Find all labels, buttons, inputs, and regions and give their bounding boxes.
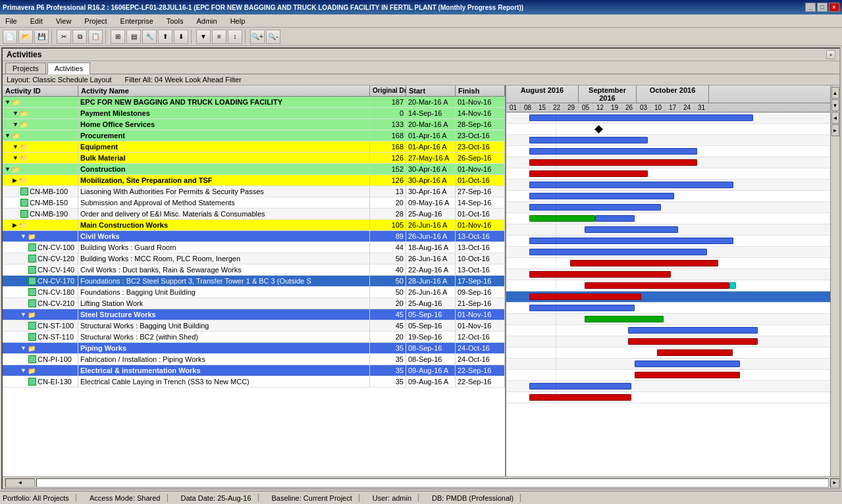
tab-activities[interactable]: Activities bbox=[47, 63, 90, 74]
cell-activity-name: Bulk Material bbox=[78, 153, 370, 163]
scroll-left-btn[interactable]: ◄ bbox=[831, 112, 839, 124]
menu-tools[interactable]: Tools bbox=[164, 16, 186, 26]
expand-icon[interactable]: ▶ bbox=[13, 177, 17, 184]
expand-icon[interactable]: ▼ bbox=[5, 99, 11, 105]
table-row[interactable]: ▼📁Home Office Services13320-Mar-16 A28-S… bbox=[3, 119, 505, 130]
cell-duration: 126 bbox=[370, 153, 406, 163]
table-row[interactable]: ▼📁Procurement16801-Apr-16 A23-Oct-16 bbox=[3, 130, 505, 141]
panel-close[interactable]: × bbox=[826, 50, 835, 59]
expand-icon[interactable]: ▼ bbox=[13, 121, 18, 128]
expand-icon[interactable]: ▼ bbox=[20, 345, 26, 351]
tb-save[interactable]: 💾 bbox=[34, 30, 49, 44]
tb-btn5[interactable]: 🔧 bbox=[142, 30, 157, 44]
tb-paste[interactable]: 📋 bbox=[88, 30, 103, 44]
cell-activity-name: Liasoning With Authorities For Permits &… bbox=[78, 186, 370, 197]
table-row[interactable]: CN-CV-140Civil Works : Duct banks, Rain … bbox=[3, 265, 505, 276]
scroll-right-btn[interactable]: ► bbox=[831, 124, 839, 136]
expand-icon[interactable]: ▼ bbox=[13, 110, 18, 116]
expand-icon[interactable]: ▼ bbox=[5, 132, 11, 139]
tb-sort[interactable]: ↕ bbox=[228, 30, 242, 44]
tb-btn7[interactable]: ⬇ bbox=[174, 30, 188, 44]
table-row[interactable]: ▼📁Piping Works3508-Sep-1624-Oct-16 bbox=[3, 343, 505, 354]
gantt-row bbox=[506, 113, 830, 124]
h-scroll-left[interactable]: ◄ bbox=[5, 478, 35, 488]
expand-icon[interactable]: ▼ bbox=[5, 166, 11, 172]
expand-icon[interactable]: ▼ bbox=[13, 143, 18, 150]
th-start: Start bbox=[406, 86, 456, 96]
minimize-button[interactable]: _ bbox=[805, 3, 816, 12]
table-row[interactable]: ▼📁Construction15230-Apr-16 A01-Nov-16 bbox=[3, 164, 505, 175]
cell-start: 26-Jun-16 A bbox=[406, 253, 456, 264]
tb-btn4[interactable]: ▤ bbox=[126, 30, 141, 44]
cell-start: 05-Sep-16 bbox=[406, 309, 456, 320]
gantt-bar bbox=[529, 114, 753, 121]
table-row[interactable]: ▼📁Civil Works8926-Jun-16 A13-Oct-16 bbox=[3, 231, 505, 242]
table-row[interactable]: ▶📁Mobilization, Site Preparation and TSF… bbox=[3, 175, 505, 186]
table-row[interactable]: CN-CV-100Building Works : Guard Room4418… bbox=[3, 242, 505, 253]
cell-activity-id: CN-CV-120 bbox=[3, 253, 78, 264]
cell-activity-name: Building Works : Guard Room bbox=[78, 242, 370, 253]
table-row[interactable]: ▶📁Main Construction Works10526-Jun-16 A0… bbox=[3, 220, 505, 231]
tb-filter[interactable]: ▼ bbox=[196, 30, 211, 44]
gantt-bar bbox=[585, 226, 678, 233]
menu-project[interactable]: Project bbox=[82, 16, 109, 26]
table-row[interactable]: ▼📁Steel Structure Works4505-Sep-1601-Nov… bbox=[3, 309, 505, 320]
tb-zoom-in[interactable]: 🔍+ bbox=[250, 30, 265, 44]
table-row[interactable]: ▼📁Equipment16801-Apr-16 A23-Oct-16 bbox=[3, 141, 505, 153]
h-scroll-track[interactable] bbox=[36, 478, 829, 488]
window-controls[interactable]: _ □ × bbox=[805, 3, 839, 12]
expand-icon[interactable]: ▼ bbox=[13, 155, 18, 161]
expand-icon[interactable]: ▼ bbox=[20, 233, 26, 239]
menu-file[interactable]: File bbox=[3, 16, 20, 26]
table-row[interactable]: ▼📁EPC FOR NEW BAGGING AND TRUCK LOADING … bbox=[3, 97, 505, 108]
tb-zoom-out[interactable]: 🔍- bbox=[266, 30, 280, 44]
tab-projects[interactable]: Projects bbox=[5, 63, 46, 74]
close-button[interactable]: × bbox=[829, 3, 839, 12]
table-row[interactable]: CN-MB-100Liasoning With Authorities For … bbox=[3, 186, 505, 197]
table-row[interactable]: CN-MB-150Submission and Approval of Meth… bbox=[3, 197, 505, 209]
table-row[interactable]: ▼📁Electrical & instrumentation Works3509… bbox=[3, 365, 505, 376]
gantt-bar bbox=[529, 159, 697, 166]
h-scroll-right[interactable]: ► bbox=[830, 478, 839, 488]
right-scroll-panel: ▲ ▼ ◄ ► bbox=[830, 86, 839, 476]
task-icon bbox=[20, 199, 28, 207]
cell-duration: 20 bbox=[370, 197, 406, 208]
status-user: User: admin bbox=[373, 494, 419, 502]
table-row[interactable]: CN-CV-120Building Works : MCC Room, PLC … bbox=[3, 253, 505, 265]
menu-view[interactable]: View bbox=[53, 16, 74, 26]
tb-open[interactable]: 📂 bbox=[18, 30, 33, 44]
h-scroll-bar[interactable]: ◄ ► bbox=[3, 476, 839, 488]
table-row[interactable]: CN-MB-190Order and delivery of E&I Misc.… bbox=[3, 209, 505, 220]
table-row[interactable]: CN-CV-210Lifting Station Work2025-Aug-16… bbox=[3, 298, 505, 309]
expand-icon[interactable]: ▼ bbox=[20, 367, 26, 374]
tb-btn6[interactable]: ⬆ bbox=[158, 30, 172, 44]
menu-enterprise[interactable]: Enterprise bbox=[118, 16, 156, 26]
maximize-button[interactable]: □ bbox=[817, 3, 828, 12]
scroll-up-btn[interactable]: ▲ bbox=[831, 87, 839, 99]
table-row[interactable]: CN-PI-100Fabrication / Installation : Pi… bbox=[3, 354, 505, 365]
table-row[interactable]: ▼📁Payment Milestones014-Sep-1614-Nov-16 bbox=[3, 108, 505, 119]
cell-duration: 35 bbox=[370, 376, 406, 387]
scroll-down-btn[interactable]: ▼ bbox=[831, 99, 839, 111]
table-row[interactable]: ▼📁Bulk Material12627-May-16 A26-Sep-16 bbox=[3, 153, 505, 164]
status-bar: Portfolio: All Projects Access Mode: Sha… bbox=[0, 491, 842, 504]
cell-duration: 152 bbox=[370, 164, 406, 174]
tb-new[interactable]: 📄 bbox=[3, 30, 17, 44]
cell-duration: 0 bbox=[370, 108, 406, 118]
table-row[interactable]: CN-CV-180Foundations : Bagging Unit Buil… bbox=[3, 287, 505, 298]
menu-help[interactable]: Help bbox=[228, 16, 248, 26]
tb-group[interactable]: ≡ bbox=[212, 30, 226, 44]
tb-btn3[interactable]: ⊞ bbox=[111, 30, 125, 44]
tb-cut[interactable]: ✂ bbox=[57, 30, 71, 44]
menu-admin[interactable]: Admin bbox=[194, 16, 219, 26]
cell-activity-id: CN-PI-100 bbox=[3, 354, 78, 365]
menu-edit[interactable]: Edit bbox=[28, 16, 45, 26]
tb-copy[interactable]: ⧉ bbox=[72, 30, 87, 44]
table-row[interactable]: CN-EI-130Electrical Cable Laying in Tren… bbox=[3, 376, 505, 388]
table-row[interactable]: CN-ST-100Structural Works : Bagging Unit… bbox=[3, 320, 505, 332]
table-row[interactable]: CN-ST-110Structural Works : BC2 (within … bbox=[3, 332, 505, 343]
expand-icon[interactable]: ▶ bbox=[13, 222, 17, 228]
table-row[interactable]: CN-CV-170Foundations : BC2 Steel Support… bbox=[3, 276, 505, 287]
expand-icon[interactable]: ▼ bbox=[20, 311, 26, 318]
gantt-days: 01 08 15 22 29 05 12 19 26 03 10 17 24 3… bbox=[506, 103, 830, 112]
